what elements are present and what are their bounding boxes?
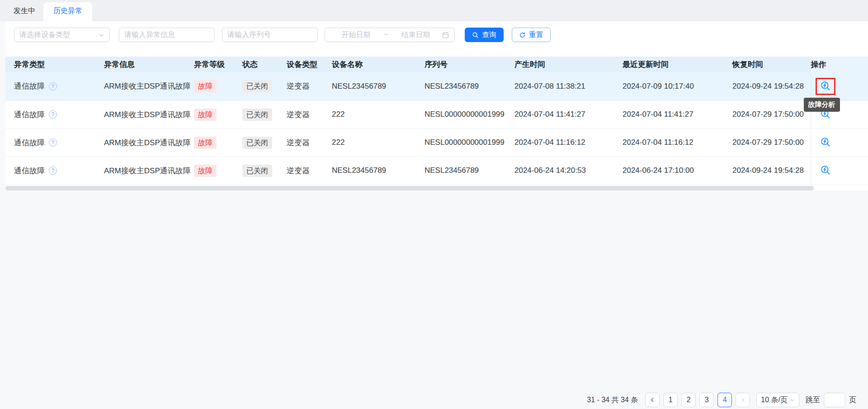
- recovered-time: 2024-07-29 17:50:00: [732, 128, 811, 157]
- serial-number: NESL00000000001999: [425, 128, 514, 157]
- column-header: 产生时间: [514, 57, 623, 72]
- question-circle-icon[interactable]: [49, 166, 57, 175]
- question-circle-icon[interactable]: [49, 82, 57, 90]
- tab-bar: 发生中 历史异常: [0, 0, 868, 21]
- serial-number-input[interactable]: [222, 28, 318, 42]
- table-body: 通信故障ARM接收主DSP通讯故障故障已关闭逆变器NESL23456789NES…: [5, 72, 868, 185]
- exception-table: 异常类型异常信息异常等级状态设备类型设备名称序列号产生时间最近更新时间恢复时间操…: [5, 57, 868, 185]
- device-type-placeholder: 请选择设备类型: [19, 30, 70, 40]
- status-badge: 已关闭: [242, 109, 272, 121]
- page-button-2[interactable]: 2: [681, 393, 696, 407]
- reset-button-label: 重置: [529, 30, 543, 40]
- updated-time: 2024-07-09 10:17:40: [623, 72, 732, 100]
- updated-time: 2024-07-04 11:41:27: [623, 100, 732, 128]
- device-type: 逆变器: [287, 157, 332, 185]
- end-date-placeholder: 结束日期: [390, 30, 442, 40]
- column-header: 异常等级: [194, 57, 242, 72]
- column-header: 设备类型: [287, 57, 332, 72]
- device-type-select[interactable]: 请选择设备类型: [14, 28, 110, 42]
- level-badge: 故障: [194, 109, 217, 121]
- horizontal-scrollbar[interactable]: [5, 186, 814, 190]
- level-badge: 故障: [194, 80, 217, 92]
- table-row: 通信故障ARM接收主DSP通讯故障故障已关闭逆变器NESL23456789NES…: [5, 157, 868, 185]
- search-icon: [472, 32, 479, 38]
- exception-info: ARM接收主DSP通讯故障: [104, 72, 194, 100]
- exception-type: 通信故障: [14, 109, 45, 120]
- page-size-label: 10 条/页: [761, 395, 788, 405]
- chevron-left-icon: [649, 397, 656, 403]
- exception-info-input[interactable]: [119, 28, 215, 42]
- date-separator: ~: [382, 31, 390, 39]
- date-range-picker[interactable]: 开始日期 ~ 结束日期: [325, 28, 455, 42]
- table-row: 通信故障ARM接收主DSP通讯故障故障已关闭逆变器222NESL00000000…: [5, 100, 868, 128]
- table-header-row: 异常类型异常信息异常等级状态设备类型设备名称序列号产生时间最近更新时间恢复时间操…: [5, 57, 868, 72]
- pagination-total: 31 - 34 共 34 条: [587, 395, 638, 405]
- exception-info: ARM接收主DSP通讯故障: [104, 100, 194, 128]
- column-header: 异常类型: [5, 57, 104, 72]
- page-size-select[interactable]: 10 条/页: [756, 393, 799, 407]
- fault-analysis-icon[interactable]: [820, 165, 831, 176]
- device-type: 逆变器: [287, 128, 332, 157]
- exception-info: ARM接收主DSP通讯故障: [104, 157, 194, 185]
- highlight-box: [816, 78, 835, 95]
- table-row: 通信故障ARM接收主DSP通讯故障故障已关闭逆变器NESL23456789NES…: [5, 72, 868, 100]
- serial-number: NESL23456789: [425, 72, 514, 100]
- fault-analysis-icon[interactable]: [820, 81, 831, 92]
- level-badge: 故障: [194, 165, 217, 177]
- filter-bar: 请选择设备类型 开始日期 ~ 结束日期 查询 重置: [5, 28, 868, 42]
- exception-type: 通信故障: [14, 138, 45, 148]
- fault-analysis-tooltip: 故障分析: [804, 98, 840, 112]
- serial-number: NESL00000000001999: [425, 100, 514, 128]
- chevron-down-icon: [790, 398, 795, 403]
- page-button-4[interactable]: 4: [717, 393, 732, 407]
- column-header: 操作: [811, 57, 868, 72]
- tab-occurring[interactable]: 发生中: [5, 2, 43, 21]
- created-time: 2024-07-04 11:41:27: [514, 100, 623, 128]
- search-button[interactable]: 查询: [465, 28, 504, 42]
- table-row: 通信故障ARM接收主DSP通讯故障故障已关闭逆变器222NESL00000000…: [5, 128, 868, 157]
- column-header: 异常信息: [104, 57, 194, 72]
- device-name: NESL23456789: [332, 72, 425, 100]
- status-badge: 已关闭: [242, 165, 272, 177]
- search-button-label: 查询: [482, 30, 496, 40]
- device-name: 222: [332, 100, 425, 128]
- next-page-button[interactable]: [736, 393, 750, 407]
- column-header: 状态: [242, 57, 287, 72]
- created-time: 2024-07-04 11:16:12: [514, 128, 623, 157]
- page-button-3[interactable]: 3: [699, 393, 714, 407]
- action-cell: 故障分析: [811, 78, 868, 95]
- pagination: 31 - 34 共 34 条 1234 10 条/页 跳至 页: [587, 393, 856, 407]
- action-cell: [811, 162, 868, 179]
- column-header: 恢复时间: [732, 57, 811, 72]
- jump-to-label: 跳至: [806, 395, 820, 405]
- question-circle-icon[interactable]: [49, 110, 57, 119]
- fault-analysis-icon[interactable]: [820, 137, 831, 148]
- level-badge: 故障: [194, 137, 217, 149]
- start-date-placeholder: 开始日期: [330, 30, 382, 40]
- exception-type: 通信故障: [14, 166, 45, 176]
- column-header: 最近更新时间: [623, 57, 732, 72]
- recovered-time: 2024-09-24 19:54:28: [732, 157, 811, 185]
- page-unit-label: 页: [849, 395, 856, 405]
- exception-info: ARM接收主DSP通讯故障: [104, 128, 194, 157]
- status-badge: 已关闭: [242, 80, 272, 92]
- device-type: 逆变器: [287, 100, 332, 128]
- page-button-1[interactable]: 1: [663, 393, 678, 407]
- refresh-icon: [519, 32, 526, 38]
- device-name: 222: [332, 128, 425, 157]
- tab-history-exception[interactable]: 历史异常: [43, 2, 92, 21]
- exception-type: 通信故障: [14, 81, 45, 91]
- recovered-time: 2024-07-29 17:50:00: [732, 100, 811, 128]
- created-time: 2024-06-24 14:20:53: [514, 157, 623, 185]
- updated-time: 2024-07-04 11:16:12: [623, 128, 732, 157]
- content-card: 请选择设备类型 开始日期 ~ 结束日期 查询 重置: [5, 21, 868, 190]
- reset-button[interactable]: 重置: [512, 28, 551, 42]
- status-badge: 已关闭: [242, 137, 272, 149]
- question-circle-icon[interactable]: [49, 138, 57, 147]
- column-header: 设备名称: [332, 57, 425, 72]
- created-time: 2024-07-08 11:38:21: [514, 72, 623, 100]
- jump-to-page-input[interactable]: [824, 393, 845, 407]
- prev-page-button[interactable]: [645, 393, 660, 407]
- device-name: NESL23456789: [332, 157, 425, 185]
- recovered-time: 2024-09-24 19:54:28: [732, 72, 811, 100]
